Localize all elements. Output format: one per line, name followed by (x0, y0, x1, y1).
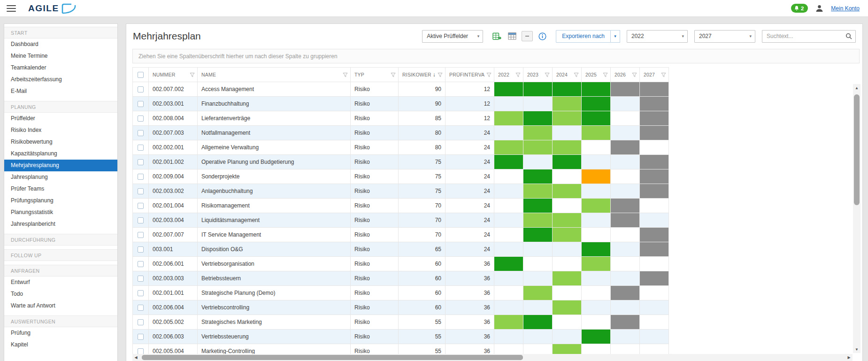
cell-year-2023[interactable] (523, 271, 553, 286)
cell-year-2025[interactable] (582, 213, 611, 228)
column-header-2027[interactable]: 2027 (640, 68, 669, 82)
cell-year-2024[interactable] (553, 330, 582, 344)
cell-year-2027[interactable] (640, 228, 669, 242)
column-header-risikowert[interactable]: RISIKOWERT↓ (399, 68, 446, 82)
cell-year-2024[interactable] (553, 199, 582, 213)
cell-year-2025[interactable] (582, 111, 611, 126)
cell-year-2025[interactable] (582, 228, 611, 242)
cell-year-2025[interactable] (582, 82, 611, 97)
filter-icon[interactable] (438, 72, 443, 77)
cell-year-2024[interactable] (553, 228, 582, 242)
cell-year-2027[interactable] (640, 199, 669, 213)
cell-year-2022[interactable] (494, 82, 523, 97)
cell-year-2027[interactable] (640, 300, 669, 315)
cell-year-2022[interactable] (494, 300, 523, 315)
cell-year-2027[interactable] (640, 344, 669, 354)
cell-year-2025[interactable] (582, 97, 611, 111)
cell-year-2022[interactable] (494, 126, 523, 140)
cell-year-2022[interactable] (494, 140, 523, 155)
cell-year-2024[interactable] (553, 344, 582, 354)
column-header-pr-fintervall[interactable]: PRÜFINTERVALL (446, 68, 494, 82)
scroll-left-icon[interactable]: ◀ (132, 354, 139, 361)
row-checkbox[interactable] (138, 276, 144, 282)
sidebar-item-arbeitszeiterfassung[interactable]: Arbeitszeiterfassung (4, 74, 117, 85)
cell-year-2023[interactable] (523, 242, 553, 257)
cell-year-2023[interactable] (523, 228, 553, 242)
cell-year-2025[interactable] (582, 330, 611, 344)
cell-year-2026[interactable] (611, 300, 640, 315)
cell-year-2024[interactable] (553, 286, 582, 300)
cell-year-2026[interactable] (611, 97, 640, 111)
sort-desc-icon[interactable]: ↓ (433, 71, 436, 78)
cell-year-2027[interactable] (640, 111, 669, 126)
cell-year-2026[interactable] (611, 271, 640, 286)
cell-year-2022[interactable] (494, 228, 523, 242)
cell-year-2027[interactable] (640, 330, 669, 344)
account-link[interactable]: Mein Konto (831, 5, 860, 12)
cell-year-2025[interactable] (582, 155, 611, 169)
cell-year-2022[interactable] (494, 315, 523, 330)
row-checkbox[interactable] (138, 174, 144, 180)
cell-year-2023[interactable] (523, 199, 553, 213)
cell-year-2022[interactable] (494, 111, 523, 126)
table-columns-icon[interactable] (506, 30, 518, 42)
cell-year-2023[interactable] (523, 257, 553, 271)
row-checkbox[interactable] (138, 261, 144, 267)
horizontal-scroll-thumb[interactable] (142, 355, 523, 360)
cell-year-2024[interactable] (553, 155, 582, 169)
scroll-down-icon[interactable]: ▼ (853, 346, 860, 353)
cell-year-2027[interactable] (640, 97, 669, 111)
cell-year-2027[interactable] (640, 126, 669, 140)
cell-year-2023[interactable] (523, 155, 553, 169)
year-to-select[interactable]: 2027 ▾ (694, 30, 755, 43)
cell-year-2025[interactable] (582, 344, 611, 354)
menu-icon[interactable] (7, 5, 16, 12)
cell-year-2023[interactable] (523, 300, 553, 315)
sidebar-item-dashboard[interactable]: Dashboard (4, 38, 117, 50)
cell-year-2027[interactable] (640, 140, 669, 155)
cell-year-2026[interactable] (611, 169, 640, 184)
column-header-name[interactable]: NAME (198, 68, 351, 82)
cell-year-2025[interactable] (582, 286, 611, 300)
cell-year-2024[interactable] (553, 140, 582, 155)
cell-year-2023[interactable] (523, 315, 553, 330)
cell-year-2022[interactable] (494, 257, 523, 271)
cell-year-2023[interactable] (523, 286, 553, 300)
cell-year-2026[interactable] (611, 155, 640, 169)
cell-year-2023[interactable] (523, 97, 553, 111)
export-dropdown-icon[interactable]: ▾ (611, 30, 620, 43)
filter-icon[interactable] (391, 72, 396, 77)
sidebar-item-jahresplanung[interactable]: Jahresplanung (4, 171, 117, 183)
cell-year-2023[interactable] (523, 169, 553, 184)
row-checkbox[interactable] (138, 217, 144, 223)
cell-year-2027[interactable] (640, 155, 669, 169)
column-header-typ[interactable]: TYP (351, 68, 399, 82)
filter-icon[interactable] (574, 72, 579, 77)
export-button[interactable]: Exportieren nach ▾ (556, 30, 620, 43)
cell-year-2023[interactable] (523, 140, 553, 155)
cell-year-2024[interactable] (553, 242, 582, 257)
cell-year-2027[interactable] (640, 242, 669, 257)
cell-year-2026[interactable] (611, 140, 640, 155)
filter-icon[interactable] (515, 72, 521, 77)
cell-year-2025[interactable] (582, 271, 611, 286)
column-header-2026[interactable]: 2026 (611, 68, 640, 82)
cell-year-2024[interactable] (553, 315, 582, 330)
cell-year-2022[interactable] (494, 97, 523, 111)
row-checkbox[interactable] (138, 115, 144, 122)
column-header-2023[interactable]: 2023 (523, 68, 553, 82)
cell-year-2024[interactable] (553, 184, 582, 199)
row-checkbox[interactable] (138, 348, 144, 354)
cell-year-2026[interactable] (611, 330, 640, 344)
cell-year-2023[interactable] (523, 111, 553, 126)
cell-year-2025[interactable] (582, 140, 611, 155)
cell-year-2025[interactable] (582, 199, 611, 213)
filter-icon[interactable] (632, 72, 637, 77)
cell-year-2022[interactable] (494, 286, 523, 300)
row-checkbox[interactable] (138, 188, 144, 194)
cell-year-2026[interactable] (611, 184, 640, 199)
group-by-bar[interactable]: Ziehen Sie eine Spaltenüberschrift hierh… (132, 49, 860, 63)
cell-year-2025[interactable] (582, 315, 611, 330)
cell-year-2025[interactable] (582, 300, 611, 315)
cell-year-2026[interactable] (611, 82, 640, 97)
